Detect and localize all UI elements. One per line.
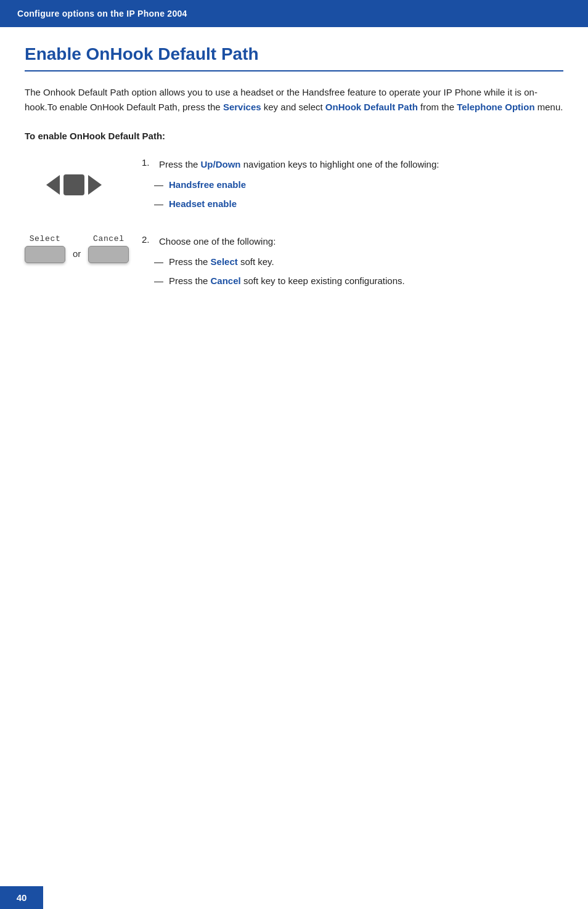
handsfree-enable-label: Handsfree enable <box>169 179 246 190</box>
nav-right-arrow <box>88 175 102 195</box>
or-label: or <box>73 238 81 259</box>
nav-center-block <box>63 174 84 195</box>
list-item: Press the Select soft key. <box>154 255 563 269</box>
step-2-content: 2. Choose one of the following: Press th… <box>142 234 563 293</box>
intro-text-2: key and select <box>261 102 325 112</box>
intro-paragraph: The Onhook Default Path option allows yo… <box>25 85 563 115</box>
top-bar: Configure options on the IP Phone 2004 <box>0 0 588 27</box>
intro-telephone-highlight: Telephone Option <box>457 102 534 112</box>
step-2-sublist: Press the Select soft key. Press the Can… <box>154 255 563 288</box>
step-2-text: Choose one of the following: <box>159 234 276 249</box>
step-1-content: 1. Press the Up/Down navigation keys to … <box>142 157 563 216</box>
select-softkey-label: Select <box>30 234 61 243</box>
main-content: Enable OnHook Default Path The Onhook De… <box>0 27 588 330</box>
updown-highlight: Up/Down <box>201 159 241 169</box>
step-1-header: 1. Press the Up/Down navigation keys to … <box>142 157 563 172</box>
cancel-highlight: Cancel <box>211 275 241 286</box>
intro-text-4: menu. <box>535 102 563 112</box>
select-softkey-key <box>25 246 65 263</box>
step-1-sublist: Handsfree enable Headset enable <box>154 178 563 211</box>
select-softkey-btn: Select <box>25 234 65 263</box>
softkey-row: Select or Cancel <box>25 234 123 263</box>
nav-left-arrow <box>46 175 60 195</box>
list-item: Press the Cancel soft key to keep existi… <box>154 274 563 288</box>
page-title: Enable OnHook Default Path <box>25 44 563 71</box>
page-footer: 40 <box>0 886 588 909</box>
step-1-row: 1. Press the Up/Down navigation keys to … <box>25 157 563 216</box>
section-title: To enable OnHook Default Path: <box>25 131 563 141</box>
step-1-number: 1. <box>142 157 154 168</box>
list-item: Headset enable <box>154 197 563 211</box>
intro-services-highlight: Services <box>223 102 261 112</box>
step-1-text: Press the Up/Down navigation keys to hig… <box>159 157 439 172</box>
step-2-header: 2. Choose one of the following: <box>142 234 563 249</box>
intro-onhook-highlight: OnHook Default Path <box>325 102 418 112</box>
cancel-softkey-key <box>88 246 129 263</box>
select-highlight: Select <box>211 256 238 267</box>
cancel-softkey-label: Cancel <box>93 234 125 243</box>
step-2-row: Select or Cancel 2. Choose one of the fo… <box>25 234 563 293</box>
list-item: Handsfree enable <box>154 178 563 192</box>
softkey-icons: Select or Cancel <box>25 234 123 263</box>
nav-keys-icon <box>25 157 123 206</box>
cancel-softkey-btn: Cancel <box>88 234 129 263</box>
intro-text-3: from the <box>418 102 457 112</box>
headset-enable-label: Headset enable <box>169 198 237 209</box>
nav-cluster-graphic <box>46 163 102 206</box>
page-number: 40 <box>0 886 43 909</box>
step-2-number: 2. <box>142 234 154 245</box>
top-bar-title: Configure options on the IP Phone 2004 <box>17 9 187 18</box>
